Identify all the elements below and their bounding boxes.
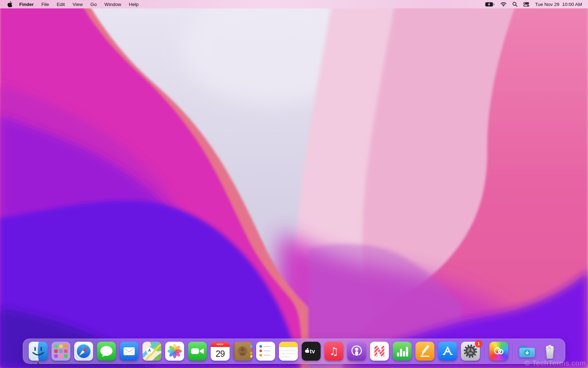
dock-item-pages[interactable] (415, 342, 434, 361)
running-indicator (37, 362, 39, 364)
dock-item-mail[interactable] (120, 342, 139, 361)
dock-item-creativecloud[interactable] (489, 342, 508, 361)
dock-separator (513, 342, 513, 360)
dock-item-music[interactable]: ♫ (324, 342, 343, 361)
dock-item-launchpad[interactable] (51, 342, 70, 361)
dock-item-numbers[interactable] (393, 342, 412, 361)
calendar-month: NOV (211, 342, 230, 347)
dock-item-maps[interactable] (142, 342, 161, 361)
menu-bar-right: Tue Nov 29 10:00 AM (485, 0, 588, 8)
menubar-menus: FinderFileEditViewGoWindowHelp (15, 0, 142, 8)
dock-item-podcasts[interactable] (347, 342, 366, 361)
desktop[interactable] (0, 0, 588, 368)
menu-bar-left: FinderFileEditViewGoWindowHelp (0, 0, 142, 8)
dock-item-finder[interactable] (29, 342, 48, 361)
clock-date: Tue Nov 29 (535, 2, 559, 7)
menubar-item-view[interactable]: View (69, 0, 86, 8)
menubar-item-edit[interactable]: Edit (53, 0, 69, 8)
menubar-item-file[interactable]: File (37, 0, 53, 8)
apple-menu[interactable] (7, 1, 13, 7)
dock-item-contacts[interactable] (233, 342, 252, 361)
dock-item-calendar[interactable]: NOV 29 (211, 342, 230, 361)
dock-item-messages[interactable] (97, 342, 116, 361)
dock-item-downloads[interactable] (518, 342, 537, 361)
clock-time: 10:00 AM (562, 2, 582, 7)
dock-item-tv[interactable]: tv (302, 342, 321, 361)
dock-item-sysprefs[interactable]: 1 (461, 342, 480, 361)
wifi-icon (500, 2, 506, 7)
dock-item-notes[interactable] (279, 342, 298, 361)
menu-bar: FinderFileEditViewGoWindowHelp (0, 0, 588, 8)
calendar-day: 29 (211, 347, 230, 361)
menubar-item-window[interactable]: Window (100, 0, 125, 8)
menubar-item-help[interactable]: Help (125, 0, 142, 8)
battery-charging-icon (485, 2, 495, 7)
dock-item-news[interactable] (370, 342, 389, 361)
dock-item-reminders[interactable] (256, 342, 275, 361)
spotlight-search-icon (512, 2, 517, 7)
menubar-item-finder[interactable]: Finder (15, 0, 37, 8)
menu-bar-clock[interactable]: Tue Nov 29 10:00 AM (535, 2, 582, 7)
dock-item-photos[interactable] (165, 342, 184, 361)
battery-status[interactable] (485, 2, 495, 7)
dock-item-trash[interactable] (540, 342, 559, 361)
svg-text:tv: tv (310, 348, 315, 355)
control-center[interactable] (523, 2, 529, 7)
control-center-icon (523, 2, 529, 7)
wifi-status[interactable] (500, 2, 506, 7)
spotlight-search[interactable] (512, 2, 517, 7)
notification-badge: 1 (475, 340, 482, 347)
apple-logo-icon (7, 1, 13, 7)
menubar-item-go[interactable]: Go (86, 0, 100, 8)
dock-separator (484, 342, 485, 360)
monterey-wallpaper (0, 0, 588, 368)
svg-text:♫: ♫ (329, 345, 339, 357)
dock-item-facetime[interactable] (188, 342, 207, 361)
dock-item-appstore[interactable] (438, 342, 457, 361)
dock: NOV 29 tv ♫ (23, 339, 565, 364)
dock-item-safari[interactable] (74, 342, 93, 361)
